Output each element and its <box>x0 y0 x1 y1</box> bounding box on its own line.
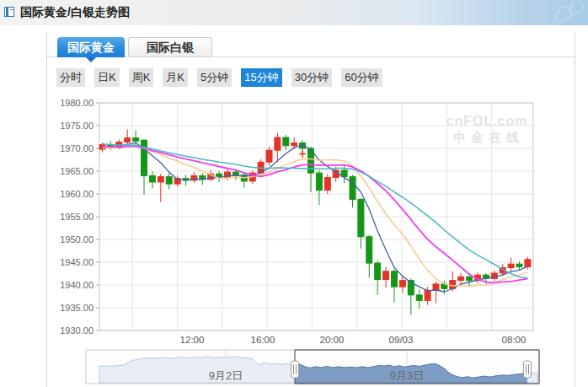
candle <box>508 264 514 267</box>
period-button-monthly[interactable]: 月K <box>163 68 188 87</box>
y-axis-tick-label: 1965.00 <box>60 166 94 176</box>
period-button-timeline[interactable]: 分时 <box>56 68 85 87</box>
candle <box>399 281 405 288</box>
ma-line-20 <box>103 144 528 278</box>
svg-text:中金在线: 中金在线 <box>453 130 524 144</box>
price-marker <box>299 150 306 157</box>
period-button-30min[interactable]: 30分钟 <box>291 68 332 87</box>
tab-international-silver[interactable]: 国际白银 <box>128 37 212 56</box>
candle <box>125 138 131 142</box>
x-axis-tick-label: 09/03 <box>389 335 414 345</box>
candle <box>525 260 531 267</box>
ma-line-10 <box>103 146 528 287</box>
candle <box>350 176 355 199</box>
candle <box>142 140 147 175</box>
y-axis-tick-label: 1970.00 <box>60 143 94 153</box>
period-button-row: 分时 日K 周K 月K 5分钟 15分钟 30分钟 60分钟 <box>56 68 392 87</box>
candle <box>375 263 381 279</box>
candle <box>467 277 473 280</box>
navigator-date-label: 9月2日 <box>209 369 243 382</box>
navigator[interactable]: 9月2日9月3日 <box>86 350 539 384</box>
navigator-date-label: 9月3日 <box>390 369 424 382</box>
svg-text:cnFOL.com: cnFOL.com <box>446 114 527 128</box>
y-axis-tick-label: 1935.00 <box>60 303 94 313</box>
y-axis-tick-label: 1960.00 <box>60 189 94 199</box>
y-axis-tick-label: 1940.00 <box>60 280 94 290</box>
candle <box>425 290 430 300</box>
cnfol-watermark: cnFOL.com中金在线 <box>446 114 527 144</box>
candle <box>158 176 163 181</box>
candle <box>324 178 330 191</box>
gold-silver-trend-window: 国际黄金/白银走势图 1980.001975.001970.001965.001… <box>0 0 588 387</box>
candle <box>366 237 372 263</box>
candle <box>358 199 364 236</box>
tab-international-gold[interactable]: 国际黄金 <box>57 37 125 57</box>
x-axis-tick-label: 12:00 <box>180 335 205 345</box>
x-axis-tick-label: 16:00 <box>251 335 275 345</box>
y-axis-tick-label: 1955.00 <box>60 212 94 222</box>
candle <box>233 172 238 175</box>
navigator-left-handle[interactable] <box>291 361 299 378</box>
candle <box>316 173 322 191</box>
candle <box>516 264 522 266</box>
candle <box>383 271 389 280</box>
y-axis-tick-label: 1980.00 <box>60 98 94 108</box>
y-axis-tick-label: 1950.00 <box>60 234 94 245</box>
candle <box>458 277 464 280</box>
candle <box>225 172 231 177</box>
period-button-60min[interactable]: 60分钟 <box>341 68 382 87</box>
candle <box>416 295 422 300</box>
candle <box>291 143 297 146</box>
candle <box>275 137 281 150</box>
period-button-weekly[interactable]: 周K <box>129 68 154 87</box>
y-axis-tick-label: 1945.00 <box>60 257 94 267</box>
y-axis-tick-label: 1975.00 <box>60 121 94 131</box>
candle <box>166 176 172 184</box>
navigator-right-handle[interactable] <box>524 361 532 378</box>
candle <box>283 137 289 146</box>
candle <box>392 271 398 287</box>
x-axis-tick-label: 20:00 <box>320 335 345 345</box>
candle <box>433 284 439 291</box>
y-axis-tick-label: 1930.00 <box>60 325 94 336</box>
period-button-5min[interactable]: 5分钟 <box>197 68 232 87</box>
tab-separator <box>47 56 575 57</box>
candlestick-series <box>99 129 531 314</box>
candle <box>133 138 139 142</box>
candle <box>149 175 155 182</box>
period-button-15min[interactable]: 15分钟 <box>241 68 281 87</box>
period-button-daily[interactable]: 日K <box>94 68 120 87</box>
candle <box>266 150 272 162</box>
x-axis-tick-label: 08:00 <box>502 335 527 345</box>
